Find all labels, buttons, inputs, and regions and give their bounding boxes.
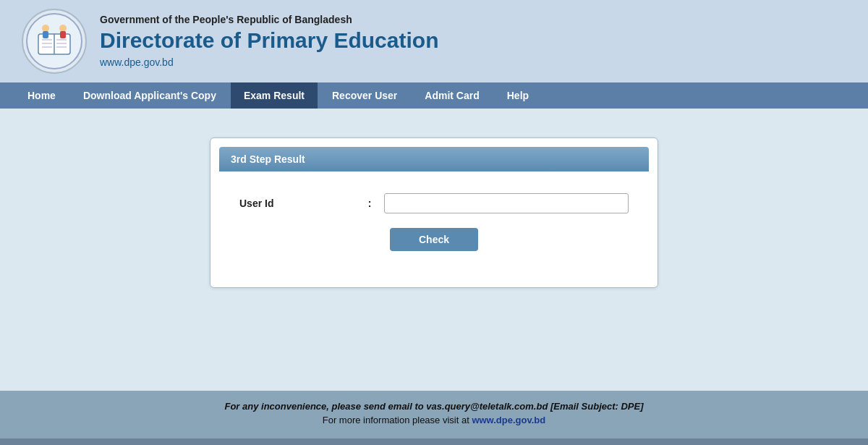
header-text: Government of the People's Republic of B… bbox=[100, 14, 438, 69]
svg-point-11 bbox=[59, 25, 67, 32]
website-link[interactable]: www.dpe.gov.bd bbox=[100, 56, 174, 68]
footer-line2: For more information please visit at www… bbox=[14, 415, 854, 425]
svg-point-9 bbox=[42, 25, 49, 32]
user-id-input[interactable] bbox=[384, 193, 629, 213]
nav-admit-card[interactable]: Admit Card bbox=[412, 82, 492, 109]
org-logo bbox=[22, 9, 87, 74]
svg-rect-10 bbox=[43, 31, 48, 38]
nav-home[interactable]: Home bbox=[14, 82, 69, 109]
form-card: 3rd Step Result User Id : Check bbox=[210, 137, 658, 288]
form-card-header: 3rd Step Result bbox=[219, 147, 649, 171]
form-button-row: Check bbox=[239, 228, 629, 251]
footer-website-link[interactable]: www.dpe.gov.bd bbox=[472, 415, 545, 425]
gov-name: Government of the People's Republic of B… bbox=[100, 14, 438, 25]
footer-info: For any inconvenience, please send email… bbox=[0, 391, 868, 438]
form-body: User Id : Check bbox=[210, 171, 658, 266]
main-content: 3rd Step Result User Id : Check bbox=[0, 109, 868, 391]
nav-exam-result[interactable]: Exam Result bbox=[231, 82, 318, 109]
footer-bottom: ©2024 DPE, Directorate of Primary Educat… bbox=[0, 438, 868, 445]
svg-rect-12 bbox=[60, 31, 66, 38]
user-id-row: User Id : bbox=[239, 193, 629, 213]
nav-download[interactable]: Download Applicant's Copy bbox=[70, 82, 229, 109]
user-id-label: User Id bbox=[239, 198, 355, 209]
footer-line2-text: For more information please visit at bbox=[323, 415, 472, 425]
card-title: 3rd Step Result bbox=[231, 153, 305, 165]
check-button[interactable]: Check bbox=[390, 228, 478, 251]
org-name: Directorate of Primary Education bbox=[100, 28, 438, 53]
footer-line1: For any inconvenience, please send email… bbox=[14, 401, 854, 412]
nav-help[interactable]: Help bbox=[494, 82, 542, 109]
navbar: Home Download Applicant's Copy Exam Resu… bbox=[0, 82, 868, 109]
colon: : bbox=[362, 198, 377, 209]
header: Government of the People's Republic of B… bbox=[0, 0, 868, 82]
nav-recover-user[interactable]: Recover User bbox=[319, 82, 410, 109]
